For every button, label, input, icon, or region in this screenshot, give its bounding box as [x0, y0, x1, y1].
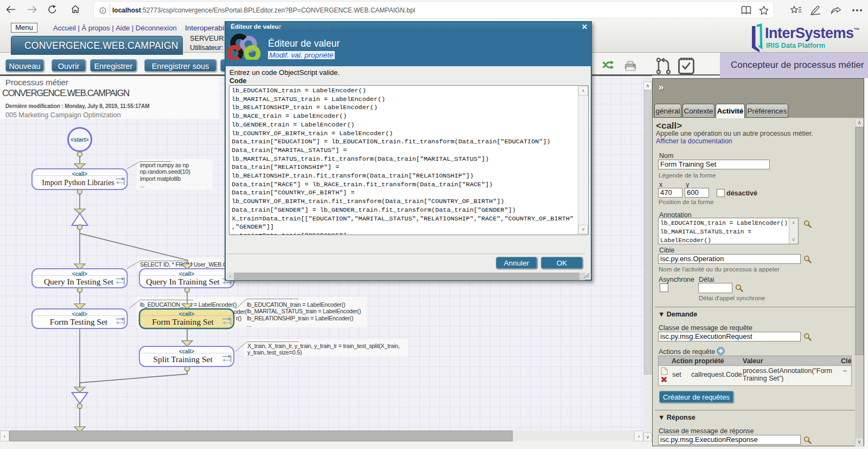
svg-text:Import Python Libraries: Import Python Libraries	[42, 179, 114, 187]
svg-text:Form Training Set: Form Training Set	[152, 317, 214, 326]
svg-text:<call>: <call>	[72, 171, 88, 177]
svg-text:Query In Testing Set: Query In Testing Set	[44, 277, 114, 286]
svg-text:Query In Training Set: Query In Training Set	[146, 277, 220, 286]
svg-text:Form Testing Set: Form Testing Set	[50, 317, 108, 326]
svg-text:<start>: <start>	[71, 137, 89, 143]
svg-text:Split Training Set: Split Training Set	[153, 355, 213, 364]
